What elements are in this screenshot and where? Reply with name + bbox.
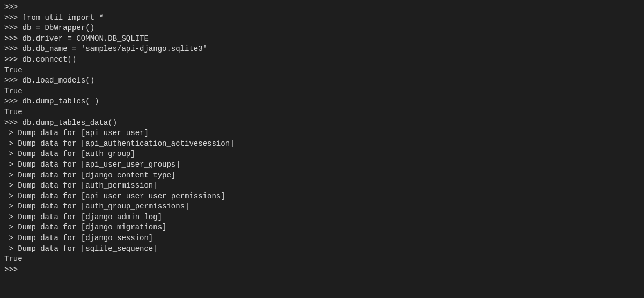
terminal-line: >>> db.dump_tables_data() <box>4 118 640 129</box>
terminal-line: >>> db = DbWrapper() <box>4 23 640 34</box>
terminal-line: > Dump data for [auth_group] <box>4 149 640 160</box>
terminal-line: > Dump data for [django_session] <box>4 233 640 244</box>
terminal-line: >>> db.load_models() <box>4 76 640 86</box>
terminal-line: > Dump data for [django_migrations] <box>4 222 640 233</box>
terminal-line: > Dump data for [api_user_user] <box>4 128 640 139</box>
terminal-line: True <box>4 65 640 76</box>
terminal-line: > Dump data for [auth_group_permissions] <box>4 202 640 212</box>
terminal-line: >>> db.db_name = 'samples/api-django.sql… <box>4 44 640 55</box>
terminal-line: > Dump data for [api_user_user_groups] <box>4 160 640 170</box>
terminal-line: > Dump data for [sqlite_sequence] <box>4 244 640 255</box>
terminal-line: >>> <box>4 2 640 13</box>
terminal-line: True <box>4 86 640 97</box>
terminal-output[interactable]: >>>>>> from util import *>>> db = DbWrap… <box>4 2 640 275</box>
terminal-line: >>> db.driver = COMMON.DB_SQLITE <box>4 34 640 44</box>
terminal-line: >>> <box>4 265 640 275</box>
terminal-line: > Dump data for [auth_permission] <box>4 181 640 191</box>
terminal-line: True <box>4 107 640 118</box>
terminal-line: > Dump data for [django_content_type] <box>4 170 640 181</box>
terminal-line: True <box>4 254 640 265</box>
terminal-line: >>> from util import * <box>4 13 640 24</box>
terminal-line: > Dump data for [api_authentication_acti… <box>4 139 640 150</box>
terminal-line: >>> db.dump_tables( ) <box>4 96 640 107</box>
terminal-line: >>> db.connect() <box>4 55 640 65</box>
terminal-line: > Dump data for [api_user_user_user_perm… <box>4 191 640 202</box>
terminal-line: > Dump data for [django_admin_log] <box>4 212 640 223</box>
